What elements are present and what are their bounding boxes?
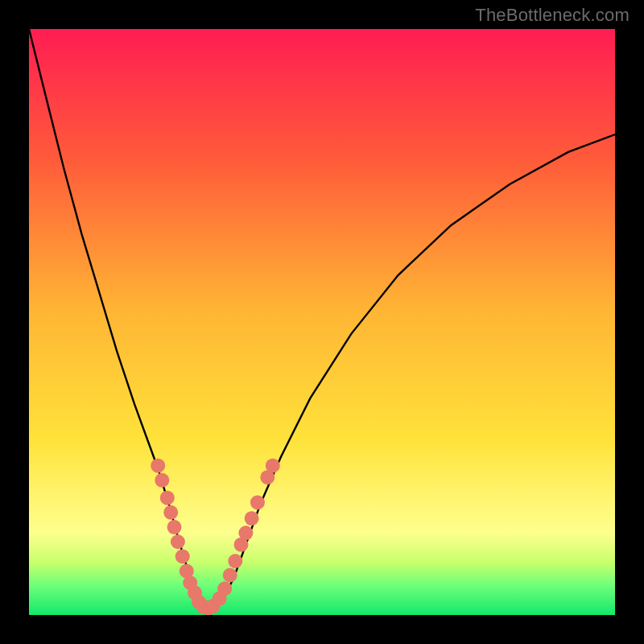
marker-dot	[228, 554, 242, 568]
marker-dot	[167, 520, 182, 535]
marker-dot	[175, 549, 190, 564]
marker-dot	[163, 506, 178, 520]
marker-dot	[238, 526, 253, 540]
bottleneck-curve-path	[29, 29, 615, 608]
marker-dot	[160, 490, 175, 505]
marker-dot	[223, 568, 237, 583]
chart-svg	[29, 29, 615, 615]
markers-group	[151, 458, 280, 615]
marker-dot	[266, 458, 280, 473]
watermark-text: TheBottleneck.com	[475, 5, 630, 26]
marker-dot	[151, 458, 165, 473]
outer-frame: TheBottleneck.com	[0, 0, 644, 644]
marker-dot	[171, 535, 185, 549]
marker-dot	[245, 511, 259, 526]
marker-dot	[250, 495, 265, 510]
marker-dot	[217, 581, 232, 596]
marker-dot	[155, 473, 169, 488]
